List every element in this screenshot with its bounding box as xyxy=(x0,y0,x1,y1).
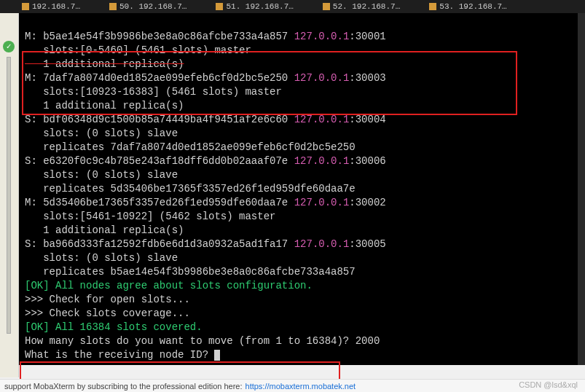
node-line: S: e6320f0c9c4b785e243af18dff6dd0b02aaaf… xyxy=(25,155,386,167)
slots-line: slots: (0 slots) slave xyxy=(25,252,178,264)
footer-text: support MobaXterm by subscribing to the … xyxy=(4,382,243,391)
scrollbar[interactable] xyxy=(578,13,585,365)
session-tab[interactable]: 192.168.7… xyxy=(22,2,80,11)
tab-label: 192.168.7… xyxy=(32,2,80,11)
node-line: M: b5ae14e54f3b9986be3e8a0c86afcbe733a4a… xyxy=(25,31,386,42)
slots-line: slots:[0-5460] (5461 slots) master xyxy=(25,44,251,56)
check-icon: ✓ xyxy=(3,41,15,52)
watermark: CSDN @lsd&xql xyxy=(519,380,578,389)
minimap-bar[interactable] xyxy=(7,57,11,334)
prompt-line: How many slots do you want to move (from… xyxy=(25,335,380,347)
replica-line: 1 additional replica(s) xyxy=(25,58,184,70)
replicates-line: replicates 7daf7a8074d0ed1852ae099efeb6c… xyxy=(25,141,356,153)
node-line: M: 7daf7a8074d0ed1852ae099efeb6cf0d2bc5e… xyxy=(25,72,386,84)
session-tab[interactable]: 50. 192.168.7… xyxy=(109,2,187,11)
tab-label: 51. 192.168.7… xyxy=(226,2,293,11)
session-tab[interactable]: 51. 192.168.7… xyxy=(216,2,293,11)
check-line: >>> Check for open slots... xyxy=(25,294,190,305)
session-tab[interactable]: 53. 192.168.7… xyxy=(429,2,506,11)
slots-line: slots: (0 slots) slave xyxy=(25,169,178,181)
tab-strip: 192.168.7… 50. 192.168.7… 51. 192.168.7…… xyxy=(0,0,585,13)
session-tab[interactable]: 52. 192.168.7… xyxy=(323,2,400,11)
terminal-output[interactable]: M: b5ae14e54f3b9986be3e8a0c86afcbe733a4a… xyxy=(19,13,578,365)
tab-label: 53. 192.168.7… xyxy=(439,2,506,11)
replicates-line: replicates b5ae14e54f3b9986be3e8a0c86afc… xyxy=(25,266,356,278)
check-line: >>> Check slots coverage... xyxy=(25,307,190,319)
tab-label: 50. 192.168.7… xyxy=(119,2,187,11)
tab-label: 52. 192.168.7… xyxy=(333,2,400,11)
terminal-icon xyxy=(429,3,436,10)
editor-gutter: ✓ xyxy=(0,13,19,377)
replicates-line: replicates 5d35406be17365f3357ed26f1ed95… xyxy=(25,183,356,195)
prompt-line: What is the receiving node ID? xyxy=(25,349,220,361)
replica-line: 1 additional replica(s) xyxy=(25,100,184,111)
replica-line: 1 additional replica(s) xyxy=(25,224,184,236)
slots-line: slots: (0 slots) slave xyxy=(25,128,178,139)
slots-line: slots:[10923-16383] (5461 slots) master xyxy=(25,86,282,98)
terminal-icon xyxy=(216,3,223,10)
node-line: S: ba966d333fa12592fdb6e6d1d3a0932a5ad1f… xyxy=(25,238,386,250)
terminal-icon xyxy=(323,3,330,10)
slots-line: slots:[5461-10922] (5462 slots) master xyxy=(25,211,275,222)
node-line: M: 5d35406be17365f3357ed26f1ed959dfe60da… xyxy=(25,197,386,208)
footer-link[interactable]: https://mobaxterm.mobatek.net xyxy=(246,382,356,391)
terminal-icon xyxy=(22,3,29,10)
node-line: S: bdf06348d9c1500b85a74449ba4f9451af2e6… xyxy=(25,114,386,125)
footer-bar: support MobaXterm by subscribing to the … xyxy=(0,379,585,392)
terminal-icon xyxy=(109,3,117,10)
cursor-icon xyxy=(214,350,220,361)
status-ok: [OK] All nodes agree about slots configu… xyxy=(25,280,313,291)
status-ok: [OK] All 16384 slots covered. xyxy=(25,321,203,333)
